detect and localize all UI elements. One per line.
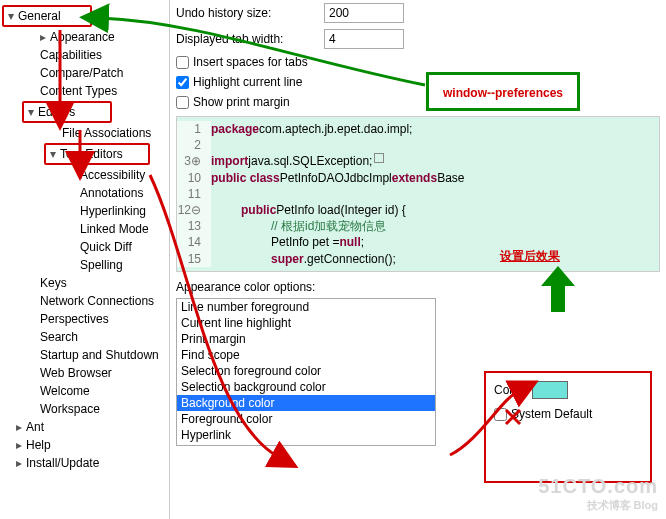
opt-hyperlink[interactable]: Hyperlink xyxy=(177,427,435,443)
watermark: 51CTO.com 技术博客 Blog xyxy=(538,475,658,513)
tree-install-update[interactable]: ▸Install/Update xyxy=(0,454,169,472)
system-default-checkbox[interactable] xyxy=(494,408,507,421)
tabwidth-label: Displayed tab width: xyxy=(176,32,324,46)
insert-spaces-label: Insert spaces for tabs xyxy=(193,55,308,69)
opt-line-number-fg[interactable]: Line number foreground xyxy=(177,299,435,315)
tree-accessibility[interactable]: Accessibility xyxy=(0,166,169,184)
insert-spaces-checkbox[interactable] xyxy=(176,56,189,69)
color-options-list[interactable]: Line number foreground Current line high… xyxy=(176,298,436,446)
undo-input[interactable] xyxy=(324,3,404,23)
code-preview: 1package com.aptech.jb.epet.dao.impl; 2 … xyxy=(176,116,660,272)
color-panel: Color: System Default xyxy=(484,371,652,483)
print-margin-label: Show print margin xyxy=(193,95,290,109)
tree-hyperlinking[interactable]: Hyperlinking xyxy=(0,202,169,220)
tree-quick-diff[interactable]: Quick Diff xyxy=(0,238,169,256)
color-label: Color: xyxy=(494,383,526,397)
tree-network[interactable]: Network Connections xyxy=(0,292,169,310)
tree-ant[interactable]: ▸Ant xyxy=(0,418,169,436)
opt-find-scope[interactable]: Find scope xyxy=(177,347,435,363)
opt-foreground[interactable]: Foreground color xyxy=(177,411,435,427)
tree-search[interactable]: Search xyxy=(0,328,169,346)
opt-selection-fg[interactable]: Selection foreground color xyxy=(177,363,435,379)
tree-keys[interactable]: Keys xyxy=(0,274,169,292)
highlight-line-checkbox[interactable] xyxy=(176,76,189,89)
tree-welcome[interactable]: Welcome xyxy=(0,382,169,400)
tree-perspectives[interactable]: Perspectives xyxy=(0,310,169,328)
tree-appearance[interactable]: ▸Appearance xyxy=(0,28,169,46)
appearance-options-label: Appearance color options: xyxy=(176,280,660,294)
callout-window-preferences: window--preferences xyxy=(426,72,580,111)
tree-text-editors[interactable]: ▾Text Editors xyxy=(46,145,148,163)
tree-web-browser[interactable]: Web Browser xyxy=(0,364,169,382)
opt-current-line[interactable]: Current line highlight xyxy=(177,315,435,331)
tree-annotations[interactable]: Annotations xyxy=(0,184,169,202)
tree-linked-mode[interactable]: Linked Mode xyxy=(0,220,169,238)
color-swatch-button[interactable] xyxy=(532,381,568,399)
tree-startup[interactable]: Startup and Shutdown xyxy=(0,346,169,364)
settings-panel: Undo history size: Displayed tab width: … xyxy=(170,0,666,519)
tree-file-associations[interactable]: File Associations xyxy=(0,124,169,142)
tree-editors[interactable]: ▾Editors xyxy=(24,103,110,121)
tree-help[interactable]: ▸Help xyxy=(0,436,169,454)
tree-spelling[interactable]: Spelling xyxy=(0,256,169,274)
print-margin-checkbox[interactable] xyxy=(176,96,189,109)
opt-selection-bg[interactable]: Selection background color xyxy=(177,379,435,395)
system-default-label: System Default xyxy=(511,407,592,421)
tree-general[interactable]: ▾General xyxy=(4,7,90,25)
opt-print-margin[interactable]: Print margin xyxy=(177,331,435,347)
highlight-line-label: Highlight current line xyxy=(193,75,302,89)
opt-background[interactable]: Background color xyxy=(177,395,435,411)
tree-capabilities[interactable]: Capabilities xyxy=(0,46,169,64)
note-result: 设置后效果 xyxy=(500,246,560,265)
tree-content-types[interactable]: Content Types xyxy=(0,82,169,100)
tree-workspace[interactable]: Workspace xyxy=(0,400,169,418)
preferences-tree: ▾General ▸Appearance Capabilities Compar… xyxy=(0,0,170,519)
tabwidth-input[interactable] xyxy=(324,29,404,49)
undo-label: Undo history size: xyxy=(176,6,324,20)
tree-compare-patch[interactable]: Compare/Patch xyxy=(0,64,169,82)
